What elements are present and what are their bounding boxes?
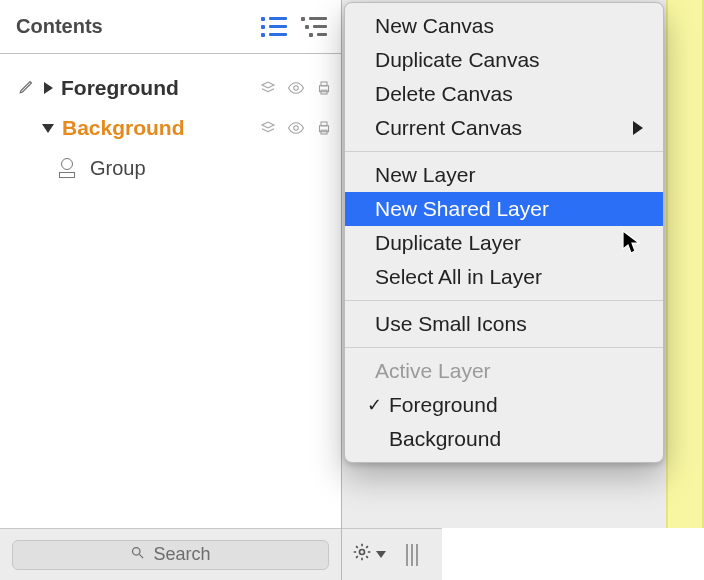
layers-sidebar: Contents Foreground [0, 0, 342, 580]
svg-point-10 [360, 550, 365, 555]
menu-item-new-layer[interactable]: New Layer [345, 158, 663, 192]
sidebar-header: Contents [0, 0, 341, 54]
layer-name: Foreground [61, 76, 179, 100]
group-row[interactable]: Group [0, 148, 341, 188]
svg-rect-6 [321, 122, 327, 126]
context-menu: New Canvas Duplicate Canvas Delete Canva… [344, 2, 664, 463]
panel-resize-grip[interactable] [402, 528, 442, 580]
menu-item-current-canvas[interactable]: Current Canvas [345, 111, 663, 145]
checkmark-icon: ✓ [367, 394, 382, 416]
visibility-icon[interactable] [285, 119, 307, 137]
menu-heading-active-layer: Active Layer [345, 354, 663, 388]
visibility-icon[interactable] [285, 79, 307, 97]
menu-separator [345, 347, 663, 348]
layer-tree: Foreground Background Group [0, 54, 341, 188]
shared-layer-icon[interactable] [257, 119, 279, 137]
shared-layer-icon[interactable] [257, 79, 279, 97]
search-input[interactable]: Search [12, 540, 329, 570]
svg-point-4 [294, 126, 299, 131]
menu-item-new-shared-layer[interactable]: New Shared Layer [345, 192, 663, 226]
svg-line-9 [140, 554, 144, 558]
print-icon[interactable] [313, 79, 335, 97]
menu-item-active-foreground[interactable]: ✓Foreground [345, 388, 663, 422]
chevron-down-icon [376, 551, 386, 558]
outline-view-icon[interactable] [301, 17, 327, 37]
disclosure-triangle-icon[interactable] [42, 124, 54, 133]
menu-item-new-canvas[interactable]: New Canvas [345, 9, 663, 43]
svg-point-0 [294, 86, 299, 91]
sidebar-title: Contents [16, 15, 261, 38]
menu-item-use-small-icons[interactable]: Use Small Icons [345, 307, 663, 341]
menu-separator [345, 300, 663, 301]
menu-item-duplicate-layer[interactable]: Duplicate Layer [345, 226, 663, 260]
gear-menu-button[interactable] [342, 528, 402, 580]
menu-separator [345, 151, 663, 152]
pencil-icon [18, 77, 36, 100]
svg-rect-2 [321, 82, 327, 86]
group-icon [56, 158, 78, 178]
menu-item-select-all-in-layer[interactable]: Select All in Layer [345, 260, 663, 294]
search-icon [130, 544, 145, 565]
sidebar-footer: Search [0, 528, 341, 580]
list-view-icon[interactable] [261, 17, 287, 37]
print-icon[interactable] [313, 119, 335, 137]
layer-name: Background [62, 116, 185, 140]
canvas-page-edge [666, 0, 704, 528]
search-placeholder: Search [153, 544, 210, 565]
menu-item-duplicate-canvas[interactable]: Duplicate Canvas [345, 43, 663, 77]
svg-point-8 [133, 548, 141, 556]
group-name: Group [90, 157, 146, 180]
layer-row-background[interactable]: Background [0, 108, 341, 148]
gear-icon [352, 542, 372, 567]
layer-row-foreground[interactable]: Foreground [0, 68, 341, 108]
menu-item-active-background[interactable]: Background [345, 422, 663, 456]
disclosure-triangle-icon[interactable] [44, 82, 53, 94]
menu-item-delete-canvas[interactable]: Delete Canvas [345, 77, 663, 111]
